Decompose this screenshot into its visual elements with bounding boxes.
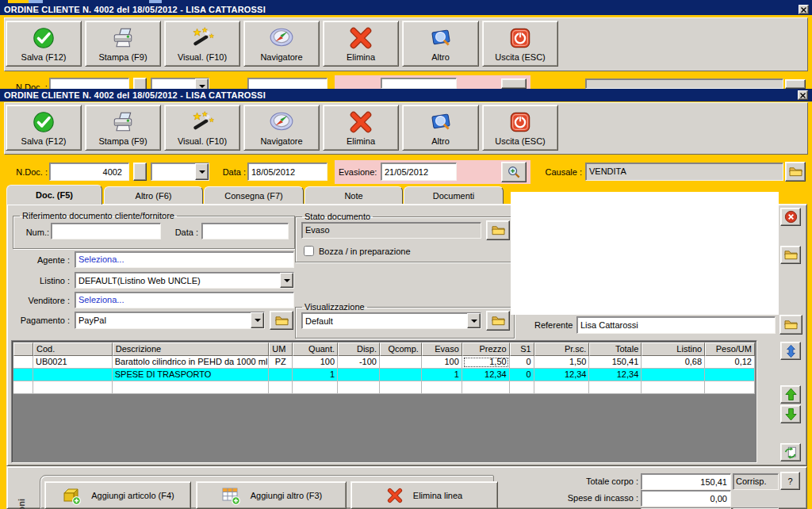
grid-cell[interactable] xyxy=(269,369,293,381)
row-selector-cell[interactable] xyxy=(13,356,33,369)
num-field[interactable] xyxy=(51,223,161,239)
grid-cell[interactable] xyxy=(380,356,422,369)
back-evasione-field[interactable] xyxy=(381,78,457,89)
grid-cell[interactable] xyxy=(534,381,590,394)
grid-cell[interactable] xyxy=(462,381,510,394)
front-window-close-button[interactable] xyxy=(798,90,808,100)
doc-type-combo[interactable] xyxy=(151,163,209,181)
funzioni-tab[interactable]: zioni xyxy=(17,499,26,509)
grid-cell[interactable] xyxy=(642,381,705,394)
ndoc-lookup-button[interactable] xyxy=(133,163,147,181)
pagamento-combo[interactable]: PayPal xyxy=(75,312,265,329)
tab-altro[interactable]: Altro (F6) xyxy=(104,186,203,204)
grid-cell[interactable]: 0 xyxy=(510,356,534,369)
stato-folder-button[interactable] xyxy=(486,220,510,240)
save-button[interactable]: Salva (F12) xyxy=(6,105,82,151)
grid-cell[interactable]: 1 xyxy=(293,369,338,381)
grid-cell[interactable]: -100 xyxy=(338,356,380,369)
ndoc-field[interactable] xyxy=(49,163,129,181)
grid-cell[interactable]: 100 xyxy=(293,356,338,369)
back-folder-button[interactable] xyxy=(785,79,806,89)
referente-field[interactable] xyxy=(576,316,776,334)
visualize-button[interactable]: Visual. (F10) xyxy=(164,21,240,67)
exit-button[interactable]: Uscita (ESC) xyxy=(482,21,558,67)
evasione-field[interactable] xyxy=(381,163,457,181)
grid-cell[interactable] xyxy=(380,369,422,381)
tab-documenti[interactable]: Documenti xyxy=(404,186,504,204)
spese-incasso-field[interactable] xyxy=(641,490,731,507)
grid-cell[interactable] xyxy=(642,369,705,381)
tab-doc[interactable]: Doc. (F5) xyxy=(6,185,102,205)
grid-cell[interactable] xyxy=(705,369,755,381)
grid-cell[interactable] xyxy=(380,381,422,394)
grid-cell[interactable]: 0,12 xyxy=(705,356,755,369)
back-window-close-button[interactable] xyxy=(799,5,809,14)
row-selector-cell[interactable] xyxy=(13,369,33,381)
tab-note[interactable]: Note xyxy=(304,186,403,204)
table-row-empty[interactable] xyxy=(13,381,755,394)
grid-cell[interactable] xyxy=(33,369,113,381)
print-button[interactable]: Stampa (F9) xyxy=(85,105,161,151)
venditore-field[interactable]: Seleziona... xyxy=(75,292,294,308)
clear-button[interactable] xyxy=(780,208,801,226)
refresh-lines-button[interactable] xyxy=(780,443,801,461)
add-article-button[interactable]: Aggiungi articolo (F4) xyxy=(44,481,191,509)
tab-consegna[interactable]: Consegna (F7) xyxy=(204,186,304,204)
row-selector-cell[interactable] xyxy=(13,381,33,394)
grid-cell[interactable] xyxy=(589,381,642,394)
visualizzazione-folder-button[interactable] xyxy=(486,311,510,331)
row-down-button[interactable] xyxy=(780,405,801,423)
agente-field[interactable]: Seleziona... xyxy=(75,251,294,268)
totale-corpo-field[interactable] xyxy=(641,473,731,490)
grid-cell[interactable]: Barattolo cilindrico in PEHD da 1000 ml xyxy=(113,356,270,369)
visualizzazione-combo[interactable]: Default xyxy=(301,312,481,329)
folder-button[interactable] xyxy=(780,246,801,264)
delete-line-button[interactable]: Elimina linea xyxy=(350,481,498,509)
grid-cell[interactable]: UB0021 xyxy=(33,356,113,369)
help-button[interactable]: ? xyxy=(780,472,800,490)
add-other-button[interactable]: Aggiungi altro (F3) xyxy=(196,481,347,509)
grid-cell[interactable] xyxy=(269,381,293,394)
grid-cell[interactable]: 1,50 xyxy=(534,356,590,369)
grid-cell[interactable] xyxy=(510,381,534,394)
grid-cell[interactable] xyxy=(338,369,380,381)
other-button[interactable]: Altro xyxy=(402,105,479,151)
grid-cell[interactable]: SPESE DI TRASPORTO xyxy=(113,369,270,381)
grid-cell[interactable]: 100 xyxy=(422,356,462,369)
grid-cell[interactable] xyxy=(113,381,270,394)
grid-cell[interactable]: PZ xyxy=(269,356,293,369)
navigator-button[interactable]: Navigatore xyxy=(243,105,320,151)
table-row-highlighted[interactable]: SPESE DI TRASPORTO 1 1 12,34 0 12,34 12,… xyxy=(13,369,755,381)
grid-cell[interactable] xyxy=(33,381,113,394)
grid-cell[interactable]: 150,41 xyxy=(589,356,642,369)
listino-combo[interactable]: DEFAULT(Listino Web UNCLE) xyxy=(75,272,294,289)
navigator-button[interactable]: Navigatore xyxy=(243,21,320,67)
row-up-button[interactable] xyxy=(780,385,801,404)
visualize-button[interactable]: Visual. (F10) xyxy=(164,105,240,151)
delete-button[interactable]: Elimina xyxy=(323,105,399,151)
delete-button[interactable]: Elimina xyxy=(323,21,399,67)
grid-cell[interactable] xyxy=(338,381,380,394)
grid-cell-focused[interactable]: 1,50 xyxy=(462,356,510,369)
grid-cell[interactable] xyxy=(422,381,462,394)
grid-cell[interactable]: 12,34 xyxy=(462,369,510,381)
move-row-button[interactable] xyxy=(780,342,801,360)
table-row[interactable]: UB0021 Barattolo cilindrico in PEHD da 1… xyxy=(13,356,755,369)
rif-data-field[interactable] xyxy=(201,223,289,239)
print-button[interactable]: Stampa (F9) xyxy=(85,21,161,67)
grid-cell[interactable]: 12,34 xyxy=(589,369,642,381)
referente-folder-button[interactable] xyxy=(779,315,802,335)
bozza-checkbox[interactable] xyxy=(304,246,314,256)
grid-cell[interactable]: 12,34 xyxy=(534,369,590,381)
causale-folder-button[interactable] xyxy=(785,162,806,182)
back-zoom-button[interactable] xyxy=(501,78,527,89)
grid-cell[interactable]: 0,68 xyxy=(642,356,705,369)
other-button[interactable]: Altro xyxy=(402,21,479,67)
data-field[interactable] xyxy=(247,163,327,181)
pagamento-folder-button[interactable] xyxy=(270,311,293,330)
grid-cell[interactable]: 0 xyxy=(510,369,534,381)
grid-cell[interactable] xyxy=(293,381,338,394)
save-button[interactable]: Salva (F12) xyxy=(6,21,82,67)
evasione-zoom-button[interactable] xyxy=(501,162,527,182)
grid-cell[interactable]: 1 xyxy=(422,369,462,381)
